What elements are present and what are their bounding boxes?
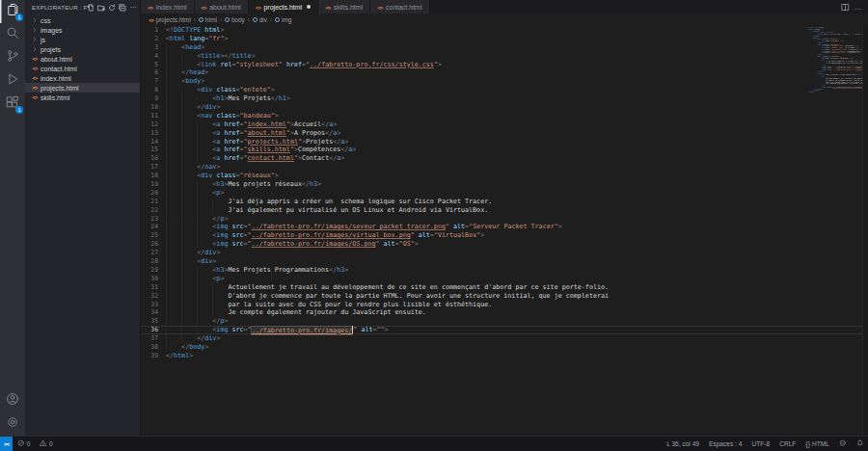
code-line[interactable]: 32 D'abord je commence par toute la part… xyxy=(141,292,868,301)
indent-guide xyxy=(166,61,181,69)
tree-item-label: images xyxy=(41,27,63,34)
status-eol-label: CRLF xyxy=(779,440,796,447)
code-line[interactable]: 4 <title></title> xyxy=(141,52,868,61)
status-eol[interactable]: CRLF xyxy=(774,437,800,451)
status-notifications[interactable] xyxy=(852,437,868,451)
activity-search-button[interactable] xyxy=(0,23,25,46)
status-errors[interactable]: 0 xyxy=(13,437,35,451)
activity-source-control-button[interactable] xyxy=(0,46,25,69)
more-button[interactable]: ⋯ xyxy=(129,4,137,12)
activity-badge: 1 xyxy=(15,106,23,114)
code-line[interactable]: 21 J'ai déja appris a créer un schema lo… xyxy=(141,198,868,206)
line-number: 5 xyxy=(141,61,166,69)
tab-contact.html[interactable]: <>contact.html xyxy=(370,0,429,13)
tabbar-spacer xyxy=(430,0,835,13)
new-folder-button[interactable] xyxy=(97,4,105,12)
code-line[interactable]: 29 <h3>Mes Projets Programmations</h3> xyxy=(141,266,868,275)
tree-item-projets[interactable]: projets xyxy=(25,44,140,54)
tab-projects.html[interactable]: <>projects.html xyxy=(249,0,318,13)
tree-item-about.html[interactable]: <>about.html xyxy=(25,54,140,64)
status-encoding[interactable]: UTF-8 xyxy=(746,437,774,451)
code-line[interactable]: 33 par la suite avec du CSS pour le rend… xyxy=(141,301,868,309)
status-language-mode[interactable]: {}HTML xyxy=(800,437,834,451)
code-line[interactable]: 17 </nav> xyxy=(141,163,868,172)
tree-item-css[interactable]: css xyxy=(25,15,140,25)
breadcrumb-label: img xyxy=(282,16,291,23)
tab-skills.html[interactable]: <>skills.html xyxy=(318,0,370,13)
activity-extensions-button[interactable]: 1 xyxy=(0,93,25,116)
code-line[interactable]: 23 </p> xyxy=(141,215,868,224)
overview-ruler[interactable] xyxy=(862,25,868,436)
code-line[interactable]: 10 </div> xyxy=(141,103,868,112)
tree-item-index.html[interactable]: <>index.html xyxy=(25,73,140,83)
breadcrumb-item-div[interactable]: div xyxy=(253,16,267,23)
code-line[interactable]: 22 J'ai également pu virtualisé un OS Li… xyxy=(141,206,868,215)
code-line[interactable]: 3 <head> xyxy=(141,43,868,52)
code-line[interactable]: 31 Actuellement je travail au développem… xyxy=(141,283,868,292)
html-file-icon: <> xyxy=(377,4,383,11)
minimap[interactable]: <!DOCTYPE html><html lang="fr"> <head> <… xyxy=(807,27,862,93)
tree-item-images[interactable]: images xyxy=(25,25,140,35)
code-line[interactable]: 26 <img src="../fabretto-pro.fr/images/O… xyxy=(141,240,868,249)
activity-explorer-button[interactable]: 1 xyxy=(0,0,25,23)
status-warnings[interactable]: 0 xyxy=(35,437,57,451)
breadcrumb-item-img[interactable]: img xyxy=(275,16,291,23)
code-line[interactable]: 14 <a href="projects.html">Projets</a> xyxy=(141,138,868,146)
breadcrumb-item-body[interactable]: body xyxy=(225,16,245,23)
code-line[interactable]: 7 <body> xyxy=(141,77,868,86)
code-line[interactable]: 18 <div class="réseaux"> xyxy=(141,172,868,180)
tree-item-js[interactable]: js xyxy=(25,35,140,44)
status-indentation[interactable]: Espaces : 4 xyxy=(704,437,746,451)
code-line[interactable]: 5 <link rel="stylesheet" href="../fabret… xyxy=(141,61,868,69)
code-line[interactable]: 28 <div> xyxy=(141,257,868,266)
breadcrumb-item-html[interactable]: html xyxy=(199,16,217,23)
indent-guide xyxy=(181,172,197,180)
line-content: <img src="../fabretto-pro.fr/images/virt… xyxy=(166,231,484,240)
code-line[interactable]: 35 </p> xyxy=(141,317,868,326)
status-remote[interactable]: >< xyxy=(0,437,13,451)
activity-run-debug-button[interactable] xyxy=(0,69,25,93)
line-number: 34 xyxy=(141,308,166,317)
code-line[interactable]: 19 <h3>Mes projets réseaux</h3> xyxy=(141,180,868,189)
code-line[interactable]: 24 <img src="../fabretto-pro.fr/images/s… xyxy=(141,223,868,231)
code-line[interactable]: 37 </div> xyxy=(141,334,868,343)
code-line[interactable]: 12 <a href="index.html">Accueil</a> xyxy=(141,120,868,129)
line-number: 19 xyxy=(141,180,166,189)
collapse-all-button[interactable] xyxy=(119,4,126,12)
activity-settings-button[interactable] xyxy=(0,412,25,436)
tree-item-projects.html[interactable]: <>projects.html xyxy=(25,83,140,93)
code-line[interactable]: 6 </head> xyxy=(141,68,868,77)
status-feedback[interactable] xyxy=(834,437,852,451)
code-line[interactable]: 39</html> xyxy=(141,352,868,360)
refresh-button[interactable] xyxy=(108,4,116,12)
code-line[interactable]: 8 <div class="entete"> xyxy=(141,86,868,94)
tree-item-contact.html[interactable]: <>contact.html xyxy=(25,64,140,73)
code-line[interactable]: 9 <h1>Mes Projets</h1> xyxy=(141,94,868,103)
modified-dot-icon[interactable] xyxy=(307,5,311,9)
code-line[interactable]: 16 <a href="contact.html">Contact</a> xyxy=(141,154,868,163)
code-line[interactable]: 27 </div> xyxy=(141,249,868,257)
tab-index.html[interactable]: <>index.html xyxy=(141,0,195,13)
tree-item-skills.html[interactable]: <>skills.html xyxy=(25,93,140,102)
activity-account-button[interactable] xyxy=(0,389,25,412)
code-line[interactable]: 34 Je compte également rajouter du JavaS… xyxy=(141,308,868,317)
code-editor[interactable]: 1<!DOCTYPE html>2<html lang="fr">3 <head… xyxy=(141,25,868,436)
code-line[interactable]: 20 <p> xyxy=(141,189,868,198)
source-control-icon xyxy=(6,49,19,66)
code-line[interactable]: 30 <p> xyxy=(141,275,868,283)
code-line[interactable]: 11 <nav class="bandeau"> xyxy=(141,112,868,120)
code-line[interactable]: 15 <a href="skills.html">Compétences</a> xyxy=(141,146,868,154)
indent-guide xyxy=(181,257,197,266)
code-line[interactable]: 36 <img src="../fabretto-pro.fr/images/"… xyxy=(141,326,868,334)
indent-guide xyxy=(181,292,197,301)
new-file-button[interactable] xyxy=(87,4,95,12)
breadcrumb-item-projects.html[interactable]: <>projects.html xyxy=(149,16,191,23)
code-line[interactable]: 2<html lang="fr"> xyxy=(141,35,868,43)
code-line[interactable]: 38 </body> xyxy=(141,343,868,352)
status-cursor-position[interactable]: L 36, col 49 xyxy=(662,437,704,451)
code-line[interactable]: 1<!DOCTYPE html> xyxy=(141,26,868,35)
tab-about.html[interactable]: <>about.html xyxy=(195,0,249,13)
line-number: 6 xyxy=(141,68,166,77)
code-line[interactable]: 25 <img src="../fabretto-pro.fr/images/v… xyxy=(141,231,868,240)
code-line[interactable]: 13 <a href="about.html">A Propos</a> xyxy=(141,129,868,138)
